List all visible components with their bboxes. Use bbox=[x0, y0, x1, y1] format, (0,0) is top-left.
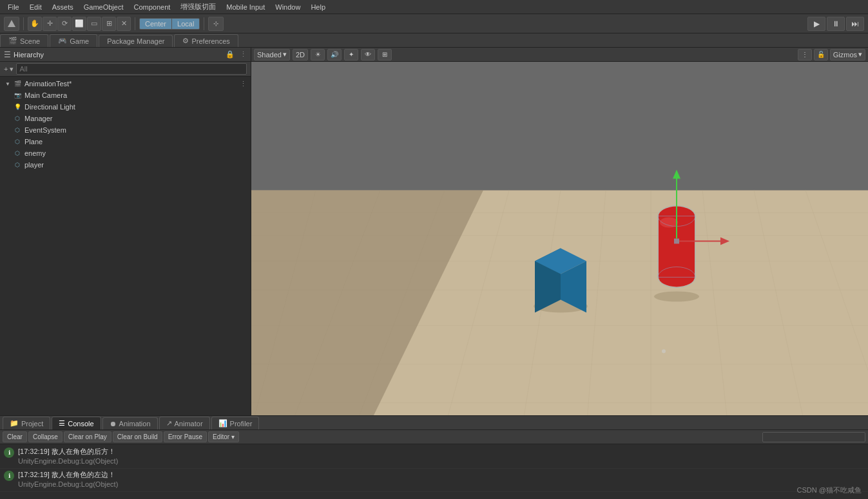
menu-help[interactable]: Help bbox=[305, 2, 331, 12]
hierarchy-search-bar: + ▾ bbox=[0, 62, 251, 77]
menu-assets[interactable]: Assets bbox=[47, 2, 79, 12]
tool-hand[interactable]: ✋ bbox=[28, 17, 42, 31]
effect-toggle[interactable]: ✦ bbox=[344, 49, 358, 61]
tab-game[interactable]: 🎮 Game bbox=[50, 34, 97, 47]
bottom-tabs-row: 📁 Project ☰ Console ⏺ Animation ↗ Animat… bbox=[0, 416, 868, 430]
console-log-content: ℹ [17:32:19] 敌人在角色的后方！ UnityEngine.Debug… bbox=[0, 444, 868, 499]
tool-custom[interactable]: ✕ bbox=[117, 17, 131, 31]
tab-profiler[interactable]: 📊 Profiler bbox=[211, 417, 260, 429]
pause-button[interactable]: ⏸ bbox=[827, 17, 845, 31]
pivot-center-toggle[interactable]: Center bbox=[140, 19, 172, 29]
list-item[interactable]: ⬡ Plane bbox=[0, 136, 251, 147]
tool-rect[interactable]: ▭ bbox=[87, 17, 101, 31]
tool-move[interactable]: ✛ bbox=[43, 17, 57, 31]
shading-mode-dropdown[interactable]: Shaded ▾ bbox=[254, 49, 290, 61]
menu-edit[interactable]: Edit bbox=[24, 2, 47, 12]
menu-mobileinput[interactable]: Mobile Input bbox=[221, 2, 270, 12]
hide-overlay-toggle[interactable]: 👁 bbox=[361, 49, 375, 61]
lighting-toggle[interactable]: ☀ bbox=[311, 49, 325, 61]
hierarchy-root-more[interactable]: ⋮ bbox=[240, 80, 247, 88]
list-item[interactable]: ⬡ EventSystem bbox=[0, 124, 251, 136]
hierarchy-root-label: AnimationTest* bbox=[24, 80, 72, 88]
clear-button[interactable]: Clear bbox=[3, 431, 27, 442]
tool-rotate[interactable]: ⟳ bbox=[57, 17, 72, 31]
2d-toggle[interactable]: 2D bbox=[293, 49, 308, 61]
unity-logo-btn[interactable] bbox=[4, 17, 19, 31]
list-item[interactable]: 💡 Directional Light bbox=[0, 101, 251, 113]
hierarchy-more-icon[interactable]: ⋮ bbox=[240, 50, 247, 59]
list-item[interactable]: ⬡ player bbox=[0, 159, 251, 171]
tab-animation[interactable]: ⏺ Animation bbox=[102, 417, 158, 429]
bottom-panel: 📁 Project ☰ Console ⏺ Animation ↗ Animat… bbox=[0, 415, 868, 499]
pivot-local-toggle[interactable]: Local bbox=[172, 19, 199, 29]
console-entry-main-2: [17:32:19] 敌人在角色的左边！ bbox=[18, 470, 864, 480]
scene-tab-label: Scene bbox=[20, 37, 40, 45]
svg-point-22 bbox=[654, 292, 699, 302]
scene-more-btn[interactable]: ⋮ bbox=[798, 49, 812, 61]
hierarchy-menu-icon: ☰ bbox=[4, 50, 11, 59]
menu-file[interactable]: File bbox=[3, 2, 24, 12]
hierarchy-root-item[interactable]: ▼ 🎬 AnimationTest* ⋮ bbox=[0, 78, 251, 89]
transform-tools-group: ✋ ✛ ⟳ ⬜ ▭ ⊞ ✕ bbox=[28, 17, 131, 31]
play-controls-group: ▶ ⏸ ⏭ bbox=[807, 17, 864, 31]
toolbar-sep-2 bbox=[135, 17, 135, 30]
gizmos-dropdown[interactable]: Gizmos ▾ bbox=[830, 49, 865, 61]
expand-arrow-icon: ▼ bbox=[4, 80, 12, 88]
tab-project[interactable]: 📁 Project bbox=[3, 417, 50, 429]
list-item[interactable]: 📷 Main Camera bbox=[0, 89, 251, 101]
tab-scene[interactable]: 🎬 Scene bbox=[0, 34, 48, 47]
error-pause-button[interactable]: Error Pause bbox=[164, 431, 207, 442]
hierarchy-item-label: enemy bbox=[24, 149, 46, 157]
audio-toggle[interactable]: 🔊 bbox=[327, 49, 342, 61]
step-button[interactable]: ⏭ bbox=[846, 17, 864, 31]
scene-toolbar: Shaded ▾ 2D ☀ 🔊 ✦ 👁 ⊞ ⋮ 🔓 Gizmos ▾ bbox=[251, 48, 868, 62]
animation-tab-icon: ⏺ bbox=[110, 420, 117, 428]
add-hierarchy-icon[interactable]: + ▾ bbox=[4, 65, 14, 73]
list-item[interactable]: ⬡ enemy bbox=[0, 147, 251, 159]
menu-gameobject[interactable]: GameObject bbox=[79, 2, 129, 12]
tab-animator[interactable]: ↗ Animator bbox=[159, 417, 210, 429]
tab-package-manager[interactable]: Package Manager bbox=[99, 35, 173, 47]
console-entry-sub-1: UnityEngine.Debug:Log(Object) bbox=[18, 457, 864, 466]
console-info-icon-2: ℹ bbox=[4, 471, 14, 481]
list-item[interactable]: ⬡ Manager bbox=[0, 113, 251, 124]
play-button[interactable]: ▶ bbox=[807, 17, 825, 31]
hierarchy-item-label: Plane bbox=[24, 138, 43, 146]
hierarchy-item-label: EventSystem bbox=[24, 126, 66, 134]
gizmos-arrow: ▾ bbox=[858, 50, 862, 59]
gameobj-icon-3: ⬡ bbox=[13, 137, 22, 146]
console-entry-2[interactable]: ℹ [17:32:19] 敌人在角色的左边！ UnityEngine.Debug… bbox=[0, 469, 868, 492]
grid-toggle[interactable]: ⊞ bbox=[378, 49, 392, 61]
menu-window[interactable]: Window bbox=[270, 2, 305, 12]
console-entry-1[interactable]: ℹ [17:32:19] 敌人在角色的后方！ UnityEngine.Debug… bbox=[0, 446, 868, 469]
hierarchy-lock-icon[interactable]: 🔒 bbox=[226, 50, 235, 59]
hierarchy-search-input[interactable] bbox=[16, 63, 247, 75]
hierarchy-header: ☰ Hierarchy 🔒 ⋮ bbox=[0, 48, 251, 62]
tab-preferences[interactable]: ⚙ Preferences bbox=[174, 34, 238, 47]
pkg-tab-label: Package Manager bbox=[107, 37, 164, 45]
console-search-input[interactable] bbox=[762, 432, 865, 442]
prefs-tab-label: Preferences bbox=[191, 37, 229, 45]
game-tab-label: Game bbox=[70, 37, 89, 45]
editor-dropdown-button[interactable]: Editor ▾ bbox=[208, 431, 239, 442]
tool-scale[interactable]: ⬜ bbox=[72, 17, 86, 31]
scene-view-panel: Shaded ▾ 2D ☀ 🔊 ✦ 👁 ⊞ ⋮ 🔓 Gizmos ▾ bbox=[251, 48, 868, 415]
project-tab-label: Project bbox=[21, 420, 43, 428]
scene-canvas[interactable] bbox=[251, 62, 868, 415]
tool-combined[interactable]: ⊞ bbox=[102, 17, 116, 31]
grid-snap-btn[interactable]: ⊹ bbox=[208, 17, 224, 31]
menu-enhanced[interactable]: 增强版切面 bbox=[175, 1, 221, 13]
shading-dropdown-arrow: ▾ bbox=[283, 50, 287, 59]
gameobj-icon-1: ⬡ bbox=[13, 114, 22, 123]
console-entry-text-1: [17:32:19] 敌人在角色的后方！ UnityEngine.Debug:L… bbox=[18, 447, 864, 467]
hierarchy-item-label: Manager bbox=[24, 115, 52, 122]
clear-on-play-button[interactable]: Clear on Play bbox=[64, 431, 111, 442]
shading-mode-label: Shaded bbox=[257, 51, 282, 59]
collapse-button[interactable]: Collapse bbox=[28, 431, 63, 442]
scene-lock-btn[interactable]: 🔓 bbox=[814, 49, 828, 61]
animator-tab-label: Animator bbox=[175, 420, 203, 428]
menu-component[interactable]: Component bbox=[128, 2, 175, 12]
tab-console[interactable]: ☰ Console bbox=[52, 417, 101, 429]
clear-on-build-button[interactable]: Clear on Build bbox=[113, 431, 162, 442]
gameobj-icon-5: ⬡ bbox=[13, 160, 22, 169]
